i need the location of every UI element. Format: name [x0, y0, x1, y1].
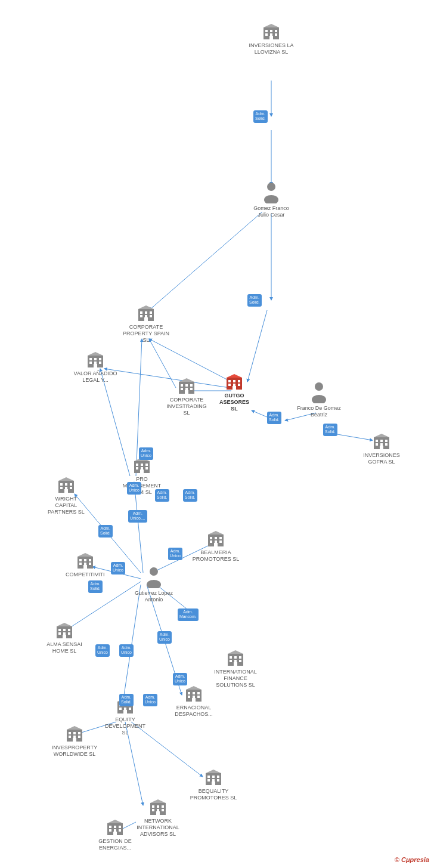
svg-line-11 — [134, 482, 143, 573]
svg-rect-126 — [58, 632, 61, 635]
svg-rect-156 — [192, 698, 196, 702]
badge-adm-unico-3: Adm.Unico — [168, 548, 182, 560]
svg-rect-86 — [141, 464, 143, 466]
node-competitiviti: COMPETITIVITI — [66, 552, 105, 578]
svg-rect-76 — [181, 384, 183, 387]
svg-marker-74 — [88, 352, 103, 356]
svg-rect-147 — [123, 710, 127, 713]
person-icon — [145, 567, 163, 588]
svg-rect-177 — [152, 805, 154, 808]
svg-rect-145 — [124, 708, 126, 710]
svg-rect-72 — [99, 362, 101, 364]
badge-adm-mancom: Adm.Mancom. — [178, 608, 199, 621]
svg-rect-124 — [63, 629, 66, 631]
node-inversiones-llovizna: INVERSIONES LA LLOVIZNA SL — [247, 23, 295, 55]
node-corporate-property: CORPORATE PROPERTY SPAIN SL — [122, 304, 170, 343]
svg-rect-85 — [136, 464, 138, 466]
building-icon — [149, 798, 167, 816]
svg-rect-97 — [60, 487, 63, 489]
node-label-alma-sensai: ALMA SENSAI HOME SL — [41, 641, 88, 654]
svg-rect-79 — [181, 388, 183, 390]
svg-point-36 — [264, 195, 278, 203]
svg-rect-91 — [140, 469, 144, 473]
svg-rect-163 — [73, 736, 76, 738]
node-gutierrez-lopez: Gutierrez Lopez Antonio — [130, 567, 178, 603]
svg-rect-190 — [114, 829, 116, 832]
svg-rect-136 — [234, 660, 237, 662]
svg-rect-168 — [207, 776, 210, 778]
svg-rect-58 — [376, 440, 378, 442]
svg-rect-44 — [144, 317, 148, 321]
node-alma-sensai: ALMA SENSAI HOME SL — [41, 622, 88, 654]
building-icon — [55, 622, 73, 640]
node-internacional-despachos: ERNACIONAL DESPACHOS... — [170, 685, 218, 718]
svg-rect-186 — [109, 826, 111, 828]
badge-adm-solid-4: Adm.Solid. — [323, 424, 337, 436]
svg-rect-135 — [230, 660, 232, 662]
svg-marker-34 — [264, 24, 279, 27]
node-label-franco-beatriz: Franco De Gomez Beatriz — [295, 405, 343, 418]
svg-rect-125 — [68, 629, 70, 631]
svg-rect-118 — [83, 565, 87, 569]
svg-rect-89 — [141, 467, 143, 469]
node-label-wright-capital: WRIGHTCAPITALPARTNERS SL — [48, 496, 85, 515]
node-valor-anadido: VALOR AÑADIDO LEGAL Y... — [72, 351, 119, 384]
svg-rect-94 — [60, 483, 63, 486]
badge-adm-solid-5: Adm.Solid. — [155, 489, 169, 502]
svg-rect-96 — [70, 483, 72, 486]
badge-adm-solid-6: Adm.Solid. — [183, 489, 197, 502]
graph-container: INVERSIONES LA LLOVIZNA SL Gomez Franco … — [0, 0, 434, 868]
svg-rect-174 — [212, 781, 215, 785]
svg-rect-173 — [217, 779, 219, 781]
node-gutgo-asesores: GUTGOASESORESSL — [219, 373, 249, 412]
building-icon — [204, 768, 222, 786]
svg-rect-150 — [188, 692, 190, 694]
node-inversiones-gofra: INVERSIONES GOFRA SL — [358, 433, 405, 465]
svg-point-56 — [312, 395, 326, 403]
svg-line-4 — [149, 212, 262, 310]
svg-rect-171 — [207, 779, 210, 781]
node-label-equity-development: EQUITY DEVELOPMENT SL — [101, 716, 149, 736]
svg-marker-130 — [57, 623, 72, 626]
svg-rect-103 — [210, 537, 212, 539]
building-icon — [86, 351, 104, 369]
node-label-international-finance: INTERNATIONAL FINANCE SOLUTIONS SL — [212, 669, 259, 688]
svg-rect-191 — [119, 829, 121, 832]
svg-rect-82 — [185, 390, 188, 394]
svg-rect-108 — [219, 540, 222, 543]
node-bealmeria: BEALMERIA PROMOTORES SL — [192, 530, 240, 563]
svg-rect-27 — [265, 30, 268, 32]
node-label-gutierrez-lopez: Gutierrez Lopez Antonio — [130, 590, 178, 603]
svg-rect-42 — [145, 315, 147, 317]
person-icon — [262, 182, 280, 203]
node-label-gutgo: GUTGOASESORESSL — [219, 393, 249, 412]
svg-marker-157 — [186, 686, 202, 690]
node-label-corporate-investrading: CORPORATE INVESTRADING SL — [163, 397, 210, 416]
svg-rect-52 — [238, 384, 240, 386]
building-icon — [137, 304, 155, 322]
node-label-internacional-despachos: ERNACIONAL DESPACHOS... — [170, 705, 218, 718]
svg-rect-160 — [73, 732, 76, 734]
building-icon — [57, 476, 75, 494]
svg-rect-172 — [212, 779, 215, 781]
svg-rect-29 — [275, 30, 277, 32]
svg-rect-99 — [70, 487, 72, 489]
svg-rect-53 — [232, 386, 236, 390]
svg-marker-119 — [78, 553, 93, 557]
svg-rect-62 — [380, 443, 383, 446]
svg-marker-110 — [208, 531, 224, 535]
node-gestion-energias: GESTION DE ENERGIAS... — [91, 818, 139, 851]
svg-rect-95 — [65, 483, 67, 486]
svg-marker-65 — [374, 434, 389, 437]
svg-rect-43 — [150, 315, 152, 317]
svg-rect-113 — [84, 559, 86, 561]
svg-rect-104 — [215, 537, 217, 539]
svg-marker-193 — [107, 820, 123, 823]
badge-adm-unico-comma: Adm.Unico,... — [128, 510, 147, 523]
svg-rect-109 — [214, 543, 218, 546]
svg-rect-159 — [69, 732, 71, 734]
svg-rect-132 — [230, 656, 232, 659]
svg-rect-161 — [78, 732, 80, 734]
svg-rect-67 — [89, 358, 92, 360]
svg-rect-169 — [212, 776, 215, 778]
